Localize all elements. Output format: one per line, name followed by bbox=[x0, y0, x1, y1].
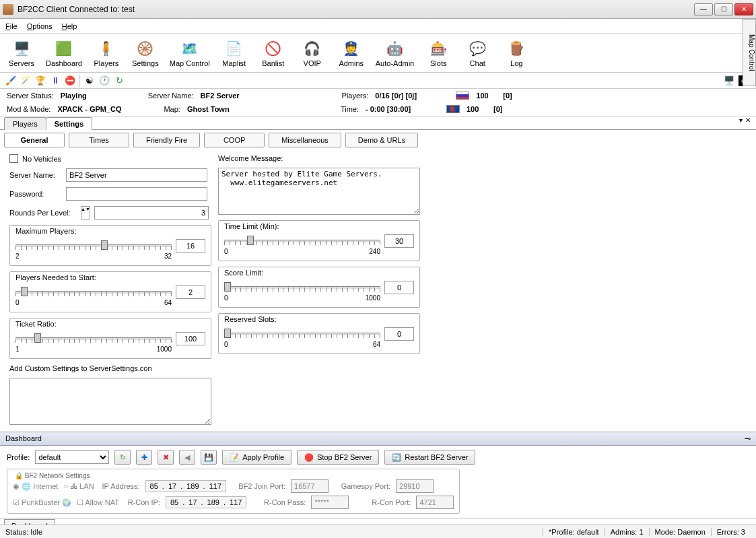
subtab-general[interactable]: General bbox=[4, 133, 65, 147]
menu-file[interactable]: File bbox=[5, 22, 18, 30]
lan-radio-label: LAN bbox=[79, 482, 94, 490]
close-button[interactable]: ✕ bbox=[734, 3, 753, 15]
toolbar-auto-admin[interactable]: 🤖Auto-Admin bbox=[376, 39, 414, 67]
subtab-friendly-fire[interactable]: Friendly Fire bbox=[133, 133, 200, 147]
toolbar-admins[interactable]: 👮Admins bbox=[337, 39, 366, 67]
tool-brush-icon[interactable]: 🖌️ bbox=[5, 75, 16, 86]
stop-server-button[interactable]: 🛑 Stop BF2 Server bbox=[297, 450, 379, 465]
server-name-input[interactable] bbox=[66, 168, 207, 182]
map control-icon: 🗺️ bbox=[179, 39, 201, 58]
profile-save-button[interactable]: 💾 bbox=[201, 450, 217, 465]
minimize-button[interactable]: — bbox=[694, 3, 713, 15]
slider[interactable]: 16 bbox=[15, 239, 205, 253]
restart-server-button[interactable]: 🔄 Restart BF2 Server bbox=[384, 450, 475, 465]
dashboard-body: Profile: default ↻ ✚ ✖ ◀ 💾 📝 Apply Profi… bbox=[0, 446, 756, 518]
allow-nat-label: Allow NAT bbox=[85, 498, 119, 506]
profile-delete-button[interactable]: ✖ bbox=[158, 450, 174, 465]
toolbar-banlist[interactable]: 🚫Banlist bbox=[259, 39, 288, 67]
gamespy-port-label: Gamespy Port: bbox=[334, 482, 390, 490]
toolbar-maplist[interactable]: 📄Maplist bbox=[219, 39, 249, 67]
tool-yinyang-icon[interactable]: ☯ bbox=[84, 75, 95, 86]
tool-trophy-icon[interactable]: 🏆 bbox=[35, 75, 46, 86]
rounds-spinner[interactable]: ▲▼ bbox=[81, 206, 90, 220]
custom-settings-label: Add Custom Settings to ServerSettings.co… bbox=[9, 364, 211, 372]
tab-settings[interactable]: Settings bbox=[46, 117, 92, 130]
toolbar-chat[interactable]: 💬Chat bbox=[462, 39, 492, 67]
server-name-label: Server Name: bbox=[148, 92, 194, 100]
status-mode: Mode: Daemon bbox=[649, 528, 711, 536]
toolbar-dashboard[interactable]: 🟩Dashboard bbox=[46, 39, 82, 67]
password-input[interactable] bbox=[66, 187, 207, 201]
toolbar-players[interactable]: 🧍Players bbox=[92, 39, 121, 67]
log-icon: 🪵 bbox=[506, 39, 527, 58]
toolbar-map-control[interactable]: 🗺️Map Control bbox=[170, 39, 210, 67]
tool-monitor-icon[interactable]: 🖥️ bbox=[724, 75, 734, 86]
team1-score: 100 bbox=[476, 92, 496, 100]
gamespy-port-input bbox=[396, 479, 434, 493]
profile-back-button[interactable]: ◀ bbox=[179, 450, 195, 465]
slider[interactable]: 100 bbox=[15, 332, 205, 345]
profile-add-button[interactable]: ✚ bbox=[136, 450, 152, 465]
players-needed-group: Players Needed to Start: 2 064 bbox=[9, 271, 211, 312]
tab-players[interactable]: Players bbox=[4, 117, 46, 130]
toolbar-servers[interactable]: 🖥️Servers bbox=[7, 39, 36, 67]
slider[interactable]: 0 bbox=[224, 327, 414, 341]
maximize-button[interactable]: ☐ bbox=[714, 3, 733, 15]
tab-pin-icon[interactable]: ▾ bbox=[739, 116, 743, 124]
mod-mode-label: Mod & Mode: bbox=[7, 105, 50, 113]
tab-close-icon[interactable]: ✕ bbox=[745, 116, 751, 124]
team2-extra: [0] bbox=[493, 105, 502, 113]
statusbar: Status: Idle *Profile: default Admins: 1… bbox=[0, 525, 756, 538]
toolbar-log[interactable]: 🪵Log bbox=[502, 39, 531, 67]
score-limit-group: Score Limit: 0 01000 bbox=[218, 267, 420, 308]
subtab-coop[interactable]: COOP bbox=[204, 133, 265, 147]
rcon-pass-label: R-Con Pass: bbox=[252, 498, 306, 506]
app-icon bbox=[3, 4, 13, 15]
banlist-icon: 🚫 bbox=[263, 39, 284, 58]
tool-wand-icon[interactable]: 🪄 bbox=[20, 75, 31, 86]
rcon-port-label: R-Con Port: bbox=[354, 498, 411, 506]
toolbar: 🖥️Servers🟩Dashboard🧍Players🛞Settings🗺️Ma… bbox=[0, 34, 756, 73]
join-port-input bbox=[291, 479, 329, 493]
profile-select[interactable]: default bbox=[35, 450, 109, 464]
team2-flag-icon bbox=[446, 105, 460, 113]
apply-profile-button[interactable]: 📝 Apply Profile bbox=[222, 450, 291, 465]
max-players-group: Maximum Players: 16 232 bbox=[9, 225, 211, 266]
subtab-misc[interactable]: Miscellaneous bbox=[269, 133, 341, 147]
slider[interactable]: 30 bbox=[224, 234, 414, 248]
menubar: File Options Help bbox=[0, 19, 756, 34]
subtab-demo[interactable]: Demo & URLs bbox=[345, 133, 418, 147]
tool-pause-icon[interactable]: ⏸ bbox=[50, 75, 61, 86]
time-value: - 0:00 [30:00] bbox=[366, 105, 440, 113]
toolbar-settings[interactable]: 🛞Settings bbox=[131, 39, 160, 67]
tool-clock-icon[interactable]: 🕐 bbox=[99, 75, 110, 86]
custom-settings-textarea[interactable] bbox=[9, 378, 211, 425]
toolbar-slots[interactable]: 🎰Slots bbox=[423, 39, 453, 67]
rcon-port-input bbox=[416, 496, 454, 509]
toolbar-voip[interactable]: 🎧VOIP bbox=[298, 39, 327, 67]
ip-address-input[interactable]: 85.17.189.117 bbox=[145, 480, 226, 492]
servers-icon: 🖥️ bbox=[11, 39, 32, 58]
dashboard-pin-icon[interactable]: ⊸ bbox=[745, 434, 751, 443]
settings-subtabs: General Times Friendly Fire COOP Miscell… bbox=[0, 130, 756, 147]
tool-stop-icon[interactable]: ⛔ bbox=[65, 75, 75, 86]
subtab-times[interactable]: Times bbox=[69, 133, 129, 147]
slots-icon: 🎰 bbox=[427, 39, 449, 58]
no-vehicles-label: No Vehicles bbox=[22, 155, 61, 163]
team1-extra: [0] bbox=[503, 92, 512, 100]
menu-help[interactable]: Help bbox=[62, 22, 77, 30]
no-vehicles-checkbox[interactable] bbox=[9, 154, 18, 163]
rcon-ip-input[interactable]: 85.17.189.117 bbox=[166, 496, 246, 508]
tool-refresh-icon[interactable]: ↻ bbox=[114, 75, 125, 86]
slider[interactable]: 2 bbox=[15, 285, 205, 299]
rounds-input[interactable] bbox=[94, 206, 209, 220]
map-control-side-panel[interactable]: Map Control bbox=[743, 19, 756, 86]
server-status-label: Server Status: bbox=[7, 92, 54, 100]
welcome-textarea[interactable]: Server hosted by Elite Game Servers. www… bbox=[218, 168, 420, 215]
slider[interactable]: 0 bbox=[224, 281, 414, 294]
menu-options[interactable]: Options bbox=[27, 22, 53, 30]
profile-refresh-button[interactable]: ↻ bbox=[114, 450, 131, 465]
join-port-label: BF2 Join Port: bbox=[232, 482, 285, 490]
voip-icon: 🎧 bbox=[302, 39, 323, 58]
ip-address-label: IP Address: bbox=[100, 482, 140, 490]
